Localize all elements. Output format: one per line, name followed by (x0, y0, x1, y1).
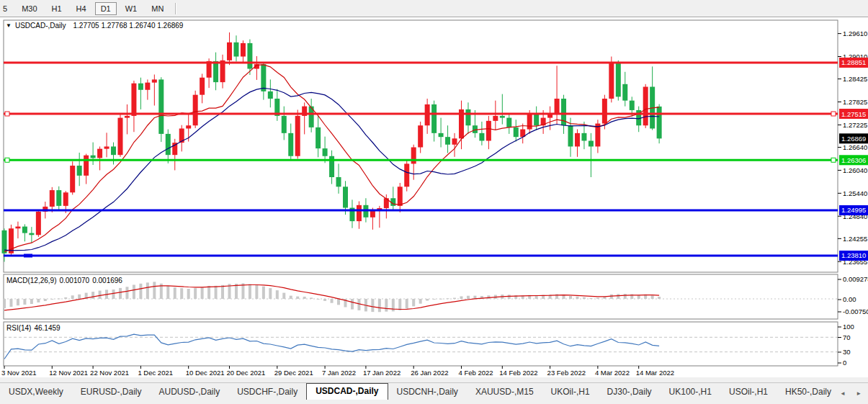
tab-usdchf-daily[interactable]: USDCHF-,Daily (228, 385, 306, 400)
line-handle[interactable] (5, 158, 9, 162)
chart-pane (4, 274, 838, 319)
date-axis-label: 7 Jan 2022 (322, 369, 356, 377)
rsi-pane-label: RSI(14)46.1459 (6, 324, 63, 332)
chart-symbol-label: USDCAD-,Daily (15, 22, 66, 30)
line-handle[interactable] (831, 158, 836, 162)
timeframe-button-d1[interactable]: D1 (95, 2, 117, 15)
line-handle[interactable] (5, 112, 9, 116)
price-axis-label: 1.26640 (843, 143, 867, 151)
price-axis-label: 1.25440 (843, 189, 867, 197)
macd-axis-label: 0.009278 (843, 275, 868, 283)
timeframe-toolbar: 5M30H1H4D1W1MN (0, 0, 868, 17)
price-badge-label: 1.27515 (841, 110, 866, 118)
date-axis-label: 29 Dec 2021 (274, 369, 313, 377)
chart-pane (4, 322, 838, 366)
chart-tab-bar: USDX,WeeklyEURUSD-,DailyAUDUSD-,DailyUSD… (0, 382, 868, 400)
line-handle[interactable] (831, 112, 836, 116)
tab-hk50-daily[interactable]: HK50-,Daily (777, 385, 840, 400)
macd-axis-label: -0.00750 (843, 308, 868, 315)
rsi-axis-label: 70 (843, 333, 851, 341)
tab-usoil-h1[interactable]: USOil-,H1 (720, 385, 777, 400)
rsi-indicator-name: RSI(14) (6, 324, 31, 332)
date-axis-label: 10 Dec 2021 (186, 369, 225, 377)
date-axis-label: 14 Feb 2022 (499, 369, 537, 377)
date-axis-label: 14 Mar 2022 (636, 369, 674, 377)
date-axis-label: 1 Dec 2021 (138, 369, 173, 377)
macd-pane-label: MACD(12,26,9)0.0010700.001696 (6, 277, 125, 284)
rsi-axis-label: 100 (843, 323, 854, 331)
timeframe-button-mn[interactable]: MN (146, 2, 169, 15)
tab-uk100-h1[interactable]: UK100-,H1 (661, 385, 720, 400)
timeframe-button-5[interactable]: 5 (0, 2, 13, 15)
price-badge-label: 1.26306 (841, 156, 866, 164)
tab-audusd-daily[interactable]: AUDUSD-,Daily (150, 385, 228, 400)
macd-axis-label: 0.00 (843, 295, 856, 303)
macd-indicator-name: MACD(12,26,9) (6, 277, 56, 284)
date-axis-label: 4 Mar 2022 (595, 369, 630, 377)
chart-title: ▼USDCAD-,Daily1.27705 1.27768 1.26740 1.… (6, 22, 186, 30)
date-axis-label: 12 Nov 2021 (49, 369, 88, 377)
bottom-strip: USDX,WeeklyEURUSD-,DailyAUDUSD-,DailyUSD… (0, 377, 868, 404)
timeframe-button-h1[interactable]: H1 (46, 2, 68, 15)
rsi-value: 46.1459 (34, 324, 60, 332)
tab-scroll-arrows[interactable]: ◄ ► (840, 390, 866, 397)
tab-ukoil-h1[interactable]: UKOil-,H1 (542, 385, 599, 400)
price-axis-label: 1.28425 (843, 75, 867, 83)
macd-signal-value: 0.001696 (92, 277, 122, 284)
price-badge-label: 1.26869 (841, 135, 866, 143)
timeframe-button-h4[interactable]: H4 (71, 2, 92, 15)
tab-usdx-weekly[interactable]: USDX,Weekly (0, 385, 72, 400)
timeframe-button-w1[interactable]: W1 (120, 2, 143, 15)
date-axis-label: 22 Nov 2021 (90, 369, 129, 377)
date-axis-label: 17 Jan 2022 (363, 369, 401, 377)
date-axis-label: 3 Nov 2021 (1, 369, 37, 377)
timeframe-button-m30[interactable]: M30 (16, 2, 42, 15)
date-axis-label: 26 Jan 2022 (411, 369, 448, 377)
rsi-axis-label: 0 (843, 359, 846, 367)
date-axis-label: 20 Dec 2021 (227, 369, 266, 377)
price-axis-label: 1.27225 (843, 121, 867, 129)
toolbar-divider (175, 3, 176, 14)
chart-canvas: 1.296101.290101.284251.278251.272251.266… (0, 0, 868, 404)
tab-dj30-daily[interactable]: DJ30-,Daily (599, 385, 661, 400)
chart-menu-icon[interactable]: ▼ (6, 22, 12, 29)
price-axis-label: 1.26040 (843, 166, 867, 174)
macd-main-value: 0.001070 (59, 277, 89, 284)
rsi-axis-label: 30 (843, 348, 851, 356)
date-axis-label: 23 Feb 2022 (547, 369, 586, 377)
tab-usdcad-daily[interactable]: USDCAD-,Daily (306, 383, 388, 400)
price-axis-label: 1.27825 (843, 98, 867, 106)
price-badge-label: 1.23810 (841, 251, 866, 259)
price-badge-label: 1.24995 (841, 206, 866, 214)
tab-xauusd-m15[interactable]: XAUUSD-,M15 (467, 385, 542, 400)
date-axis-label: 4 Feb 2022 (458, 369, 493, 377)
price-axis-label: 1.24255 (843, 235, 867, 243)
tab-usdcnh-daily[interactable]: USDCNH-,Daily (388, 385, 467, 400)
line-handle[interactable] (24, 253, 32, 257)
price-badge-label: 1.28851 (841, 58, 866, 66)
price-axis-label: 1.29610 (843, 30, 867, 37)
chart-ohlc-values: 1.27705 1.27768 1.26740 1.26869 (73, 22, 183, 30)
trading-platform-window: 5M30H1H4D1W1MN 1.296101.290101.284251.27… (0, 0, 868, 404)
tab-eurusd-daily[interactable]: EURUSD-,Daily (72, 385, 151, 400)
